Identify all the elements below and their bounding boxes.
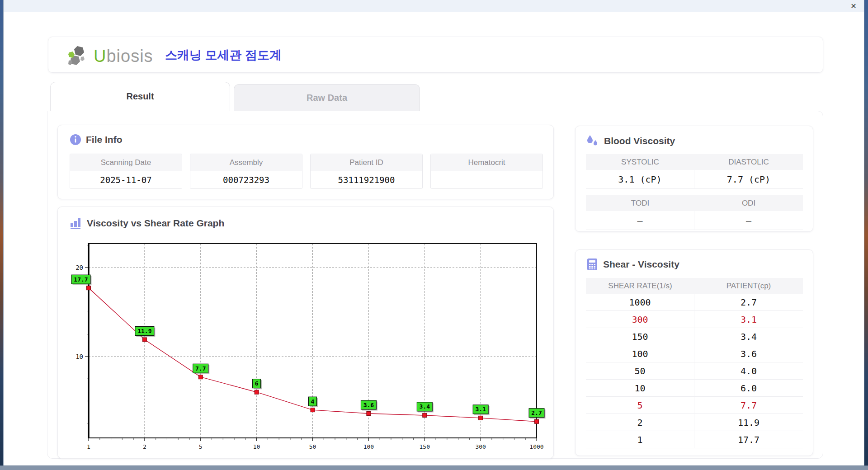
tab-result[interactable]: Result	[50, 82, 230, 111]
x-tick-label: 1	[87, 443, 90, 450]
data-point-marker	[142, 338, 146, 342]
x-tick-label: 1000	[529, 443, 543, 450]
field-value: 2025-11-07	[70, 171, 182, 188]
patient-value-cell: 7.7	[694, 397, 803, 414]
header-card: Ubiosis 스캐닝 모세관 점도계	[48, 37, 823, 73]
data-point-marker	[423, 413, 427, 417]
data-point-marker	[255, 390, 259, 394]
point-label: 3.1	[475, 406, 486, 413]
ubiosis-logo-icon	[67, 44, 91, 68]
bv-value-row: 3.1 (cP)7.7 (cP)	[586, 170, 803, 189]
file-info-fields: Scanning Date2025-11-07Assembly000723293…	[70, 154, 543, 189]
shear-rate-cell: 10	[586, 380, 694, 397]
table-row: 3003.1	[586, 311, 803, 328]
x-tick-label: 5	[199, 443, 203, 450]
logo-rest: biosis	[106, 47, 153, 66]
table-row: 211.9	[586, 414, 803, 431]
table-row: 10002.7	[586, 294, 803, 311]
file-info-field: Assembly000723293	[190, 154, 302, 189]
point-label: 4	[311, 398, 315, 405]
shear-viscosity-table: SHEAR RATE(1/s) PATIENT(cp) 10002.73003.…	[586, 278, 803, 448]
field-label: Assembly	[190, 154, 302, 171]
field-label: Scanning Date	[70, 154, 182, 171]
x-tick-label: 50	[309, 443, 316, 450]
point-label: 7.7	[195, 365, 206, 372]
field-value: 53111921900	[311, 171, 422, 188]
blood-viscosity-title: Blood Viscosity	[604, 136, 675, 146]
data-point-marker	[198, 375, 203, 379]
patient-value-cell: 3.6	[694, 345, 803, 362]
data-point-marker	[311, 408, 315, 412]
point-label: 2.7	[531, 409, 542, 416]
table-row: 117.7	[586, 431, 803, 448]
file-info-title: File Info	[86, 134, 123, 145]
shear-rate-cell: 50	[586, 362, 694, 380]
point-label: 3.6	[363, 402, 374, 409]
table-row: 504.0	[586, 362, 803, 380]
shear-table-header: SHEAR RATE(1/s) PATIENT(cp)	[586, 278, 803, 294]
shear-rate-cell: 150	[586, 328, 694, 345]
point-label: 3.4	[420, 403, 430, 410]
bv-label: SYSTOLIC	[586, 154, 694, 170]
screen: ✕ Ubiosis 스캐닝 모세관 점도계 Result Raw Data	[0, 0, 868, 470]
patient-value-cell: 3.4	[694, 328, 803, 345]
x-tick-label: 300	[475, 443, 486, 450]
shear-viscosity-card: Shear - Viscosity SHEAR RATE(1/s) PATIEN…	[575, 249, 813, 456]
file-info-field: Patient ID53111921900	[310, 154, 423, 189]
graph-card: Viscosity vs Shear Rate Graph 1251050100…	[57, 207, 554, 459]
bv-header-row: SYSTOLICDIASTOLIC	[586, 154, 803, 170]
app-window: ✕ Ubiosis 스캐닝 모세관 점도계 Result Raw Data	[3, 0, 864, 465]
field-label: Hematocrit	[431, 154, 542, 171]
y-tick-label: 20	[75, 264, 83, 271]
blood-viscosity-table: SYSTOLICDIASTOLIC3.1 (cP)7.7 (cP)TODIODI…	[586, 154, 803, 236]
bv-group: TODIODI––	[586, 195, 803, 230]
x-tick-label: 2	[143, 443, 146, 450]
bv-value: –	[586, 211, 694, 230]
bv-value: –	[694, 211, 803, 230]
field-label: Patient ID	[311, 154, 422, 171]
shear-rate-column-header: SHEAR RATE(1/s)	[586, 278, 694, 294]
shear-table-rows: 10002.73003.11503.41003.6504.0106.057.72…	[586, 294, 803, 448]
data-point-marker	[535, 419, 539, 423]
bv-group: SYSTOLICDIASTOLIC3.1 (cP)7.7 (cP)	[586, 154, 803, 189]
bv-value: 7.7 (cP)	[694, 170, 803, 189]
point-label: 6	[255, 380, 259, 387]
ubiosis-logo: Ubiosis	[67, 44, 153, 68]
field-value	[431, 171, 542, 188]
patient-value-cell: 4.0	[694, 362, 803, 380]
info-icon	[70, 134, 81, 146]
shear-rate-cell: 2	[586, 414, 694, 431]
shear-rate-cell: 5	[586, 397, 694, 414]
patient-value-cell: 6.0	[694, 380, 803, 397]
patient-value-cell: 17.7	[694, 431, 803, 448]
table-row: 106.0	[586, 380, 803, 397]
table-row: 57.7	[586, 397, 803, 414]
shear-rate-cell: 1000	[586, 294, 694, 311]
x-tick-label: 10	[253, 443, 260, 450]
logo-u: U	[94, 47, 106, 66]
data-point-marker	[367, 412, 371, 416]
app-title: 스캐닝 모세관 점도계	[165, 47, 282, 63]
calculator-icon	[586, 258, 599, 271]
table-row: 1503.4	[586, 328, 803, 345]
shear-rate-cell: 100	[586, 345, 694, 362]
close-icon[interactable]: ✕	[849, 1, 859, 11]
title-bar: ✕	[4, 0, 864, 12]
result-panel: File Info Scanning Date2025-11-07Assembl…	[47, 111, 823, 459]
bv-label: ODI	[694, 195, 803, 211]
patient-column-header: PATIENT(cp)	[694, 278, 803, 294]
point-label: 11.9	[137, 328, 151, 334]
bv-header-row: TODIODI	[586, 195, 803, 211]
file-info-field: Scanning Date2025-11-07	[70, 154, 182, 189]
patient-value-cell: 3.1	[694, 311, 803, 328]
patient-value-cell: 2.7	[694, 294, 803, 311]
bottom-bar	[0, 465, 868, 470]
x-tick-label: 150	[420, 443, 430, 450]
x-tick-label: 100	[363, 443, 374, 450]
table-row: 1003.6	[586, 345, 803, 362]
bv-label: DIASTOLIC	[694, 154, 803, 170]
tab-raw-data[interactable]: Raw Data	[234, 84, 420, 111]
bv-value-row: ––	[586, 211, 803, 230]
bv-value: 3.1 (cP)	[586, 170, 694, 189]
point-label: 17.7	[74, 276, 88, 283]
